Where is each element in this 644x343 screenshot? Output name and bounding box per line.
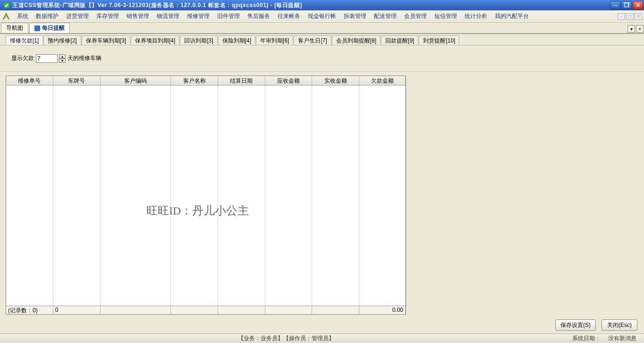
menu-accounts[interactable]: 往来帐务 [274,10,304,22]
page-tab-label: 导航图 [6,24,23,32]
col-repair-no[interactable]: 维修单号 [6,76,53,85]
close-esc-button[interactable]: 关闭(Esc) [602,319,637,331]
app-title-icon [3,1,10,9]
footer-record-count: (记录数：0) [6,306,53,314]
days-input[interactable] [36,54,58,63]
col-settle-date[interactable]: 结算日期 [218,76,265,85]
menu-data-maintenance[interactable]: 数据维护 [32,10,62,22]
tab-maint-item-due[interactable]: 保养项目到期[4] [131,35,179,45]
col-receivable[interactable]: 应收金额 [265,76,313,85]
footer-c1: 0 [53,306,101,314]
mdi-minimize-button[interactable]: - [618,13,625,20]
app-icon [2,12,10,21]
col-debt[interactable]: 欠款金额 [359,76,406,85]
col-received[interactable]: 实收金额 [312,76,359,85]
grid-header: 维修单号 车牌号 客户编码 客户名称 结算日期 应收金额 实收金额 欠款金额 [6,76,406,86]
menu-sales[interactable]: 销售管理 [123,10,153,22]
status-center: 【业务：业务员】【操作员：管理员】 [234,334,338,343]
page-tab-label: 每日提醒 [42,24,65,32]
col-customer-name[interactable]: 客户名称 [171,76,218,85]
menu-sms[interactable]: 短信管理 [431,10,461,22]
data-grid[interactable]: 维修单号 车牌号 客户编码 客户名称 结算日期 应收金额 实收金额 欠款金额 (… [6,76,406,315]
menubar: 系统 数据维护 进货管理 库存管理 销售管理 物流管理 维修管理 旧件管理 售后… [0,10,644,23]
tab-payment-reminder[interactable]: 回款提醒[9] [381,35,418,45]
menu-repair[interactable]: 维修管理 [183,10,213,22]
bottom-button-bar: 保存设置(S) 关闭(Esc) [555,319,637,331]
menu-after-service[interactable]: 售后服务 [244,10,274,22]
menu-platform[interactable]: 我的汽配平台 [491,10,533,22]
menu-member[interactable]: 会员管理 [400,10,431,22]
filter-prefix-label: 显示欠款 [11,54,34,62]
reminder-icon [34,26,40,31]
page-tabs: 导航图 每日提醒 ▾ × [0,23,644,34]
tabs-dropdown-button[interactable]: ▾ [627,25,635,33]
menu-disassembly[interactable]: 拆装管理 [340,10,370,22]
tab-customer-birthday[interactable]: 客户生日[7] [294,35,331,45]
spin-up-button[interactable]: ▲ [59,54,66,59]
status-bar: 【业务：业务员】【操作员：管理员】 系统日期： 没有新消息 [0,334,644,343]
close-button[interactable]: ✕ [633,1,643,9]
tab-member-due[interactable]: 会员到期提醒[8] [332,35,381,45]
menu-logistics[interactable]: 物流管理 [153,10,183,22]
filter-bar: 显示欠款 ▲ ▼ 天的维修车辆 [0,45,644,72]
svg-point-1 [5,16,7,18]
tab-repair-debt[interactable]: 维修欠款[1] [6,35,43,45]
tab-insurance-due[interactable]: 保险到期[4] [218,35,255,45]
minimize-button[interactable]: ─ [610,1,620,9]
menu-cash-bank[interactable]: 现金银行帐 [304,10,340,22]
page-tab-daily-reminder[interactable]: 每日提醒 [29,23,70,33]
tab-annual-inspect-due[interactable]: 年审到期[6] [256,35,293,45]
mdi-close-button[interactable]: × [635,13,642,20]
grid-footer: (记录数：0) 0 0.00 [6,306,406,314]
spin-down-button[interactable]: ▼ [59,59,66,63]
grid-body [6,86,406,306]
mdi-restore-button[interactable]: □ [626,13,634,20]
menu-purchase[interactable]: 进货管理 [62,10,93,22]
menu-inventory[interactable]: 库存管理 [93,10,123,22]
status-date-label: 系统日期： [568,334,604,343]
maximize-button[interactable]: ❐ [621,1,632,9]
tab-arrival-reminder[interactable]: 到货提醒[10] [419,35,459,45]
menu-old-parts[interactable]: 旧件管理 [213,10,244,22]
status-msg: 没有新消息 [604,334,640,343]
menu-delivery[interactable]: 配送管理 [370,10,400,22]
window-title: 王道CSS管理系统-广域网版【】Ver 7.06-3-121203(服务器名：1… [12,1,610,9]
table-area: 维修单号 车牌号 客户编码 客户名称 结算日期 应收金额 实收金额 欠款金额 (… [6,76,638,315]
window-titlebar: 王道CSS管理系统-广域网版【】Ver 7.06-3-121203(服务器名：1… [0,0,644,10]
tab-revisit-due[interactable]: 回访到期[3] [180,35,217,45]
col-plate[interactable]: 车牌号 [53,76,101,85]
filter-suffix-label: 天的维修车辆 [68,54,102,62]
col-customer-code[interactable]: 客户编码 [101,76,171,85]
inner-tabs: 维修欠款[1] 预约维修[2] 保养车辆到期[3] 保养项目到期[4] 回访到期… [0,35,644,45]
menu-system[interactable]: 系统 [13,10,32,22]
tabs-close-button[interactable]: × [636,25,644,33]
tab-maint-vehicle-due[interactable]: 保养车辆到期[3] [82,35,130,45]
menu-statistics[interactable]: 统计分析 [461,10,491,22]
tab-appointment[interactable]: 预约维修[2] [43,35,81,45]
footer-total: 0.00 [359,306,406,314]
save-settings-button[interactable]: 保存设置(S) [555,319,596,331]
right-panel [406,76,638,315]
page-tab-nav[interactable]: 导航图 [1,23,28,33]
